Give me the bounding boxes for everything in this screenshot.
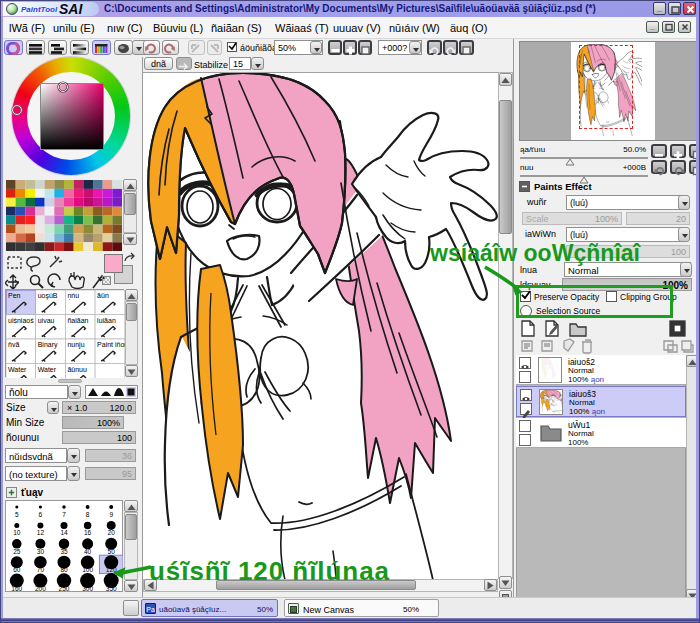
svg-text:wsíaáîw ooWçñnîaî: wsíaáîw ooWçñnîaî	[429, 240, 642, 266]
svg-text:uśĩsñĩ 120 ñĩlúnaa: uśĩsñĩ 120 ñĩlúnaa	[149, 556, 390, 586]
